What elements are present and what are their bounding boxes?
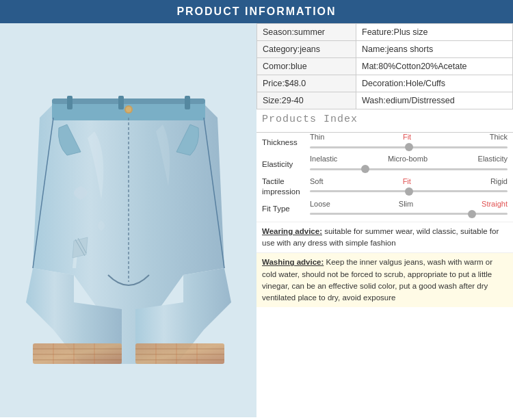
slider-tick: Micro-bomb	[388, 155, 428, 163]
slider-tick: Rigid	[490, 177, 508, 185]
info-cell: Wash:edium/Distrressed	[356, 92, 513, 109]
slider-thumb[interactable]	[405, 187, 413, 196]
product-info-panel: Season:summerFeature:Plus sizeCategory:j…	[256, 23, 513, 417]
slider-label: Fit Type	[262, 204, 310, 214]
washing-advice: Washing advice: Keep the inner valgus je…	[256, 252, 513, 307]
slider-tick: Fit	[403, 133, 411, 141]
slider-ticks: SoftFitRigid	[310, 177, 508, 185]
product-image	[0, 23, 256, 417]
slider-ticks: LooseSlimStraight	[310, 200, 508, 208]
slider-track-wrap[interactable]	[310, 142, 508, 152]
slider-tick: Slim	[399, 200, 413, 208]
slider-track	[310, 213, 508, 215]
slider-label: Thickness	[262, 137, 310, 148]
svg-rect-4	[185, 96, 190, 109]
info-cell: Comor:blue	[257, 58, 356, 75]
slider-ticks: InelasticMicro-bombElasticity	[310, 155, 508, 163]
info-cell: Category:jeans	[257, 41, 356, 58]
slider-track-wrap[interactable]	[310, 187, 508, 196]
slider-row: Fit TypeLooseSlimStraight	[262, 200, 508, 219]
slider-thumb[interactable]	[361, 165, 369, 173]
info-cell: Price:$48.0	[257, 75, 356, 92]
slider-tick: Inelastic	[310, 155, 337, 163]
svg-rect-2	[67, 96, 73, 109]
info-cell: Mat:80%Cotton20%Acetate	[356, 58, 513, 75]
slider-track	[310, 146, 508, 148]
slider-section: ThicknessThinFitThickElasticityInelastic…	[256, 133, 513, 222]
svg-point-6	[126, 107, 131, 112]
svg-rect-16	[135, 343, 224, 364]
header-title: PRODUCT INFORMATION	[176, 5, 336, 17]
wearing-advice-label: Wearing advice:	[262, 227, 322, 235]
slider-thumb[interactable]	[405, 143, 413, 151]
info-cell: Feature:Plus size	[356, 24, 513, 41]
info-cell: Size:29-40	[257, 92, 356, 109]
slider-tick: Thick	[490, 133, 508, 141]
washing-advice-label: Washing advice:	[262, 258, 324, 266]
slider-container: LooseSlimStraight	[310, 200, 508, 219]
products-index: Products Index	[256, 109, 513, 133]
slider-container: InelasticMicro-bombElasticity	[310, 155, 508, 174]
slider-label: Elasticity	[262, 159, 310, 170]
info-cell: Decoration:Hole/Cuffs	[356, 75, 513, 92]
slider-tick: Fit	[403, 177, 411, 185]
slider-row: Tactile impressionSoftFitRigid	[262, 176, 508, 197]
info-cell: Name:jeans shorts	[356, 41, 513, 58]
slider-tick: Thin	[310, 133, 324, 141]
header: PRODUCT INFORMATION	[0, 0, 513, 23]
svg-rect-9	[33, 343, 122, 364]
slider-row: ElasticityInelasticMicro-bombElasticity	[262, 155, 508, 174]
slider-track	[310, 190, 508, 192]
slider-track	[310, 168, 508, 170]
slider-tick: Loose	[310, 200, 330, 208]
info-table: Season:summerFeature:Plus sizeCategory:j…	[256, 23, 513, 109]
slider-container: ThinFitThick	[310, 133, 508, 152]
slider-track-wrap[interactable]	[310, 164, 508, 174]
svg-rect-3	[118, 96, 124, 109]
info-cell: Season:summer	[257, 24, 356, 41]
products-index-title: Products Index	[262, 114, 508, 125]
svg-rect-1	[52, 99, 205, 104]
slider-tick: Elasticity	[478, 155, 508, 163]
slider-ticks: ThinFitThick	[310, 133, 508, 141]
slider-tick: Straight	[482, 200, 508, 208]
slider-label: Tactile impression	[262, 176, 310, 197]
slider-container: SoftFitRigid	[310, 177, 508, 196]
wearing-advice: Wearing advice: suitable for summer wear…	[256, 222, 513, 253]
slider-track-wrap[interactable]	[310, 209, 508, 219]
slider-row: ThicknessThinFitThick	[262, 133, 508, 152]
slider-tick: Soft	[310, 177, 324, 185]
slider-thumb[interactable]	[468, 210, 476, 218]
